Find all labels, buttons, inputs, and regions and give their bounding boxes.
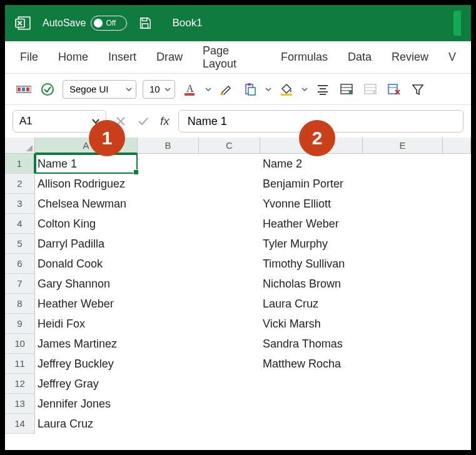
cell-E[interactable] xyxy=(363,294,443,314)
cell-B[interactable] xyxy=(138,274,199,294)
cell-F[interactable] xyxy=(443,294,471,314)
cell-E[interactable] xyxy=(363,214,443,234)
cell-F[interactable] xyxy=(443,234,471,254)
select-all-corner[interactable] xyxy=(5,138,35,154)
tab-file[interactable]: File xyxy=(20,51,38,64)
cell-E[interactable] xyxy=(363,174,443,194)
tab-home[interactable]: Home xyxy=(58,51,88,64)
highlighter-icon[interactable] xyxy=(218,81,235,98)
cell-C[interactable] xyxy=(199,414,260,434)
column-header-E[interactable]: E xyxy=(363,138,443,154)
cell-A[interactable]: Jeffrey Gray xyxy=(35,374,138,394)
cell-F[interactable] xyxy=(443,314,471,334)
cell-D[interactable]: Timothy Sullivan xyxy=(260,254,363,274)
cell-A[interactable]: Heather Weber xyxy=(35,294,138,314)
cell-E[interactable] xyxy=(363,254,443,274)
cell-E[interactable] xyxy=(363,194,443,214)
paste-icon[interactable] xyxy=(241,81,259,98)
cell-B[interactable] xyxy=(138,394,199,414)
insert-row-icon[interactable] xyxy=(338,81,355,98)
cell-F[interactable] xyxy=(443,194,471,214)
cell-A[interactable]: Jennifer Jones xyxy=(35,394,138,414)
cell-F[interactable] xyxy=(443,174,471,194)
row-header[interactable]: 6 xyxy=(5,254,35,274)
column-header-B[interactable]: B xyxy=(138,138,199,154)
cell-F[interactable] xyxy=(443,354,471,374)
cell-C[interactable] xyxy=(199,394,260,414)
cell-E[interactable] xyxy=(363,314,443,334)
conditional-format-icon[interactable] xyxy=(15,81,33,98)
cell-F[interactable] xyxy=(443,214,471,234)
cell-C[interactable] xyxy=(199,374,260,394)
cell-D[interactable]: Sandra Thomas xyxy=(260,334,363,354)
cell-B[interactable] xyxy=(138,314,199,334)
cell-A[interactable]: Heidi Fox xyxy=(35,314,138,334)
save-icon[interactable] xyxy=(138,16,152,30)
cell-D[interactable]: Heather Weber xyxy=(260,214,363,234)
cell-A[interactable]: Colton King xyxy=(35,214,138,234)
cell-F[interactable] xyxy=(443,414,471,434)
titlebar-end-button[interactable] xyxy=(453,11,461,36)
cell-D[interactable] xyxy=(260,374,363,394)
cell-D[interactable]: Tyler Murphy xyxy=(260,234,363,254)
tab-draw[interactable]: Draw xyxy=(156,51,183,64)
row-header[interactable]: 10 xyxy=(5,334,35,354)
cell-D[interactable]: Name 2 xyxy=(260,154,363,174)
cell-B[interactable] xyxy=(138,374,199,394)
row-header[interactable]: 8 xyxy=(5,294,35,314)
row-header[interactable]: 1 xyxy=(5,154,35,174)
cell-D[interactable]: Laura Cruz xyxy=(260,294,363,314)
cell-D[interactable] xyxy=(260,414,363,434)
tab-insert[interactable]: Insert xyxy=(108,51,136,64)
row-header[interactable]: 12 xyxy=(5,374,35,394)
cell-D[interactable]: Nicholas Brown xyxy=(260,274,363,294)
tab-formulas[interactable]: Formulas xyxy=(281,51,328,64)
cell-A[interactable]: Laura Cruz xyxy=(35,414,138,434)
cell-D[interactable]: Vicki Marsh xyxy=(260,314,363,334)
row-header[interactable]: 5 xyxy=(5,234,35,254)
cell-F[interactable] xyxy=(443,374,471,394)
cell-F[interactable] xyxy=(443,394,471,414)
cell-E[interactable] xyxy=(363,274,443,294)
cell-B[interactable] xyxy=(138,354,199,374)
font-size-select[interactable]: 10 xyxy=(143,80,175,99)
tab-data[interactable]: Data xyxy=(348,51,372,64)
cell-A[interactable]: Allison Rodriguez xyxy=(35,174,138,194)
cell-B[interactable] xyxy=(138,154,199,174)
cell-F[interactable] xyxy=(443,254,471,274)
cell-B[interactable] xyxy=(138,234,199,254)
cell-E[interactable] xyxy=(363,394,443,414)
cell-C[interactable] xyxy=(199,234,260,254)
cell-C[interactable] xyxy=(199,354,260,374)
chevron-down-icon[interactable] xyxy=(265,86,271,92)
accept-formula-icon[interactable] xyxy=(135,113,151,129)
cell-A[interactable]: Name 1 xyxy=(35,154,138,174)
column-header-rest[interactable] xyxy=(443,138,471,154)
row-header[interactable]: 3 xyxy=(5,194,35,214)
cell-F[interactable] xyxy=(443,334,471,354)
cell-A[interactable]: Chelsea Newman xyxy=(35,194,138,214)
column-header-C[interactable]: C xyxy=(199,138,260,154)
autosave-toggle[interactable]: Off xyxy=(91,16,127,31)
cell-F[interactable] xyxy=(443,154,471,174)
row-header[interactable]: 9 xyxy=(5,314,35,334)
cell-B[interactable] xyxy=(138,254,199,274)
cell-C[interactable] xyxy=(199,294,260,314)
cell-C[interactable] xyxy=(199,154,260,174)
spreadsheet-grid[interactable]: A B C D E 1Name 1Name 22Allison Rodrigue… xyxy=(5,138,471,434)
cell-B[interactable] xyxy=(138,334,199,354)
cell-A[interactable]: Donald Cook xyxy=(35,254,138,274)
cell-F[interactable] xyxy=(443,274,471,294)
font-color-icon[interactable]: A xyxy=(181,81,199,98)
cell-C[interactable] xyxy=(199,314,260,334)
filter-icon[interactable] xyxy=(409,81,427,98)
cell-D[interactable] xyxy=(260,394,363,414)
cell-C[interactable] xyxy=(199,254,260,274)
row-header[interactable]: 11 xyxy=(5,354,35,374)
cell-C[interactable] xyxy=(199,274,260,294)
spellcheck-icon[interactable] xyxy=(39,81,56,98)
cell-D[interactable]: Yvonne Elliott xyxy=(260,194,363,214)
clear-filter-icon[interactable] xyxy=(385,81,403,98)
cell-C[interactable] xyxy=(199,174,260,194)
cell-E[interactable] xyxy=(363,414,443,434)
